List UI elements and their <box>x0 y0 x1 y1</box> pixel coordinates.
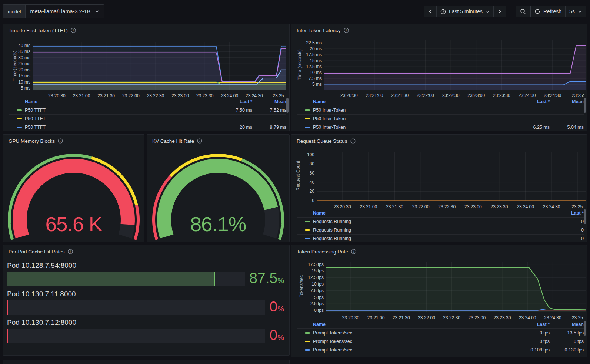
legend-col-name[interactable]: Name <box>25 99 213 104</box>
info-icon[interactable]: i <box>197 138 202 144</box>
pod-value: 87.5% <box>249 271 284 288</box>
legend-scrollbar[interactable] <box>584 98 586 113</box>
info-icon[interactable]: i <box>58 138 63 144</box>
request-queue-chart-plot[interactable]: 02040608010023:20:3023:21:0023:21:3023:2… <box>317 152 586 201</box>
info-icon[interactable]: i <box>71 28 76 33</box>
legend-col-last[interactable]: Last * <box>213 99 252 104</box>
y-axis-tick: 60 <box>310 171 314 176</box>
y-axis-tick: 15 ms <box>18 73 30 78</box>
info-icon[interactable]: i <box>68 249 73 254</box>
legend-row[interactable]: Requests Running0 <box>297 226 584 234</box>
legend-col-last[interactable]: Last * <box>545 210 584 216</box>
legend-row[interactable]: Requests Running0 <box>297 234 584 242</box>
zoom-out-button[interactable] <box>516 6 530 17</box>
series-name[interactable]: Requests Running <box>313 236 545 241</box>
y-axis-tick: 25 ms <box>18 61 30 66</box>
panel-title[interactable]: Request Queue Status <box>297 138 347 144</box>
legend-col-last[interactable]: Last * <box>511 322 550 327</box>
x-axis-tick: 23:21:30 <box>393 315 410 320</box>
legend-row[interactable]: Requests Running0 <box>297 217 584 226</box>
series-last-value: 0 tps <box>511 330 550 336</box>
legend-col-name[interactable]: Name <box>313 99 511 104</box>
panel-gpu-memory-blocks: GPU Memory Blocks i 65.6 K <box>3 134 144 242</box>
y-axis-tick: 15 ms <box>310 58 322 63</box>
legend-row[interactable]: P50 TTFT <box>9 114 286 123</box>
pod-bar-track <box>7 272 245 286</box>
pod-value-number: 0 <box>270 327 278 343</box>
y-axis-tick: 12.5 ms <box>306 64 322 69</box>
time-shift-back-button[interactable] <box>424 6 436 17</box>
series-name[interactable]: P50 Inter-Token <box>313 116 511 121</box>
legend-col-name[interactable]: Name <box>313 210 545 216</box>
series-name[interactable]: P50 TTFT <box>25 125 213 130</box>
ttft-legend: NameLast *MeanP50 TTFT7.50 ms7.52 msP50 … <box>9 97 286 131</box>
series-name[interactable]: P50 Inter-Token <box>313 108 511 113</box>
series-name[interactable]: Requests Running <box>313 228 545 233</box>
legend-row[interactable]: Prompt Tokens/sec0.108 tps0.130 tps <box>297 346 584 354</box>
y-axis-tick: 22.5 ms <box>306 40 322 46</box>
y-axis-tick: 80 <box>310 161 314 166</box>
series-name[interactable]: P50 Inter-Token <box>313 125 511 130</box>
panel-title[interactable]: Inter-Token Latency <box>297 28 341 33</box>
series-last-value: 0 tps <box>511 339 550 344</box>
legend-header: NameLast *Mean <box>297 97 584 106</box>
panel-title[interactable]: Token Processing Rate <box>297 249 348 255</box>
series-color-swatch <box>305 341 310 342</box>
panel-title[interactable]: Time to First Token (TTFT) <box>9 28 68 33</box>
refresh-interval-picker[interactable]: 5s <box>565 6 586 17</box>
inter-token-latency-chart-plot[interactable]: 5 ms7.5 ms10 ms12.5 ms15 ms17.5 ms20 ms2… <box>324 40 586 90</box>
panel-request-queue-status: Request Queue Status i Request Count 020… <box>291 134 587 242</box>
model-variable-label: model <box>3 5 26 18</box>
pod-value-unit: % <box>277 276 284 284</box>
legend-row[interactable]: P50 TTFT7.50 ms7.52 ms <box>9 106 286 114</box>
time-shift-forward-button[interactable] <box>493 6 506 17</box>
time-range-picker[interactable]: Last 5 minutes <box>436 6 493 17</box>
series-name[interactable]: Prompt Tokens/sec <box>313 330 511 336</box>
svg-text:i: i <box>199 139 200 143</box>
series-last-value: 20 ms <box>213 125 252 130</box>
legend-row[interactable]: P50 Inter-Token6.25 ms5.04 ms <box>297 123 584 131</box>
info-icon[interactable]: i <box>350 138 356 144</box>
y-axis-tick: 0 tps <box>314 308 324 313</box>
pod-label: Pod 10.130.7.12:8000 <box>7 318 284 327</box>
ttft-chart-plot[interactable]: 5 ms10 ms15 ms20 ms25 ms30 ms35 ms40 ms2… <box>33 42 286 90</box>
series-name[interactable]: P50 TTFT <box>25 108 213 113</box>
refresh-button[interactable]: Refresh <box>531 6 565 17</box>
panel-title[interactable]: GPU Memory Blocks <box>9 138 55 144</box>
refresh-icon <box>534 9 540 14</box>
info-icon[interactable]: i <box>351 249 356 254</box>
pod-label: Pod 10.128.7.54:8000 <box>7 261 284 270</box>
legend-scrollbar[interactable] <box>286 98 289 113</box>
panel-title[interactable]: Per-Pod Cache Hit Rates <box>9 249 65 255</box>
model-variable-dropdown[interactable]: meta-llama/Llama-3.2-1B <box>26 5 104 18</box>
clock-icon <box>440 9 446 14</box>
legend-row[interactable]: P50 TTFT20 ms8.79 ms <box>9 123 286 131</box>
series-name[interactable]: Prompt Tokens/sec <box>313 347 511 353</box>
legend-row[interactable]: Prompt Tokens/sec0 tps0 tps <box>297 337 584 346</box>
series-name[interactable]: Requests Running <box>313 219 545 224</box>
legend-col-mean[interactable]: Mean <box>550 99 584 104</box>
series-color-swatch <box>305 229 310 231</box>
dashboard-toolbar: model meta-llama/Llama-3.2-1B Last 5 min… <box>0 0 590 23</box>
series-color-swatch <box>305 127 310 128</box>
legend-col-last[interactable]: Last * <box>511 99 550 104</box>
chevron-down-icon <box>95 9 99 14</box>
series-name[interactable]: Prompt Tokens/sec <box>313 339 511 344</box>
series-color-swatch <box>305 349 310 351</box>
legend-scrollbar[interactable] <box>584 321 586 336</box>
legend-col-mean[interactable]: Mean <box>550 322 584 327</box>
panel-title[interactable]: KV Cache Hit Rate <box>152 138 194 144</box>
legend-col-name[interactable]: Name <box>313 322 511 327</box>
info-icon[interactable]: i <box>344 28 349 33</box>
token-rate-chart-plot[interactable]: 0 tps2.5 tps5 tps7.5 tps10 tps12.5 tps15… <box>326 262 586 312</box>
series-mean-value: 7.52 ms <box>252 108 286 113</box>
legend-col-mean[interactable]: Mean <box>252 99 286 104</box>
legend-row[interactable]: Prompt Tokens/sec0 tps13.5 tps <box>297 328 584 337</box>
y-axis-tick: 40 <box>310 180 314 185</box>
legend-scrollbar[interactable] <box>584 209 586 224</box>
legend-row[interactable]: P50 Inter-Token <box>297 106 584 114</box>
legend-row[interactable]: P50 Inter-Token <box>297 114 584 123</box>
pod-bar-gauge: 0% <box>7 300 284 315</box>
pod-bar-track <box>7 329 265 343</box>
series-name[interactable]: P50 TTFT <box>25 116 213 121</box>
